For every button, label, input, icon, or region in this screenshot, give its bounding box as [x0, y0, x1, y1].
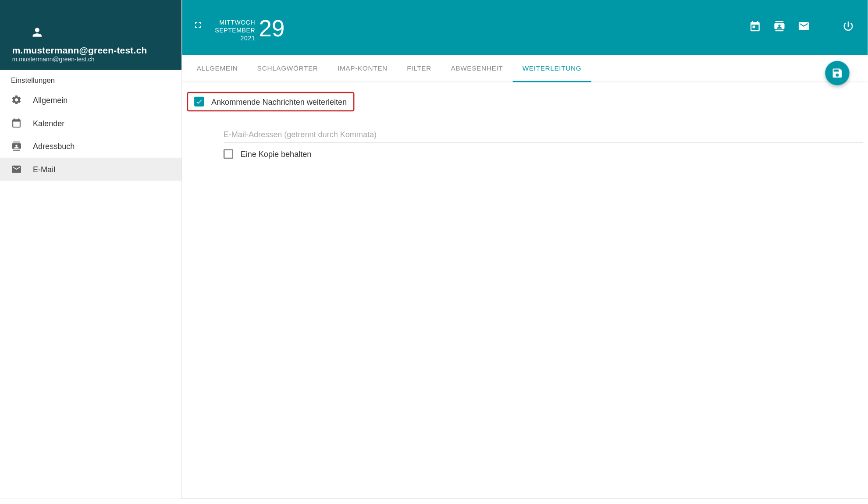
forward-enable-label: Ankommende Nachrichten weiterleiten: [211, 97, 347, 106]
user-email: m.mustermann@green-test.ch: [12, 45, 169, 56]
user-subemail: m.mustermann@green-test.ch: [12, 56, 169, 63]
sidebar-item-label: Adressbuch: [33, 142, 75, 151]
tab-abwesenheit[interactable]: ABWESENHEIT: [441, 55, 512, 82]
sidebar-item-adressbuch[interactable]: Adressbuch: [0, 135, 181, 158]
date-weekday: MITTWOCH: [219, 18, 255, 26]
content: Ankommende Nachrichten weiterleiten Eine…: [182, 82, 868, 169]
sidebar-title: Einstellungen: [0, 70, 181, 89]
avatar-icon: [30, 25, 44, 39]
tab-filter[interactable]: FILTER: [397, 55, 441, 82]
forward-enable-row: Ankommende Nachrichten weiterleiten: [187, 92, 354, 111]
forward-email-input[interactable]: [224, 126, 863, 143]
tab-allgemein[interactable]: ALLGEMEIN: [187, 55, 247, 82]
contacts-icon: [11, 141, 22, 152]
keep-copy-label: Eine Kopie behalten: [241, 149, 312, 159]
sidebar-item-allgemein[interactable]: Allgemein: [0, 88, 181, 111]
mail-icon: [11, 164, 22, 175]
calendar-icon: [11, 117, 22, 128]
date-day: 29: [259, 17, 285, 40]
sidebar-item-email[interactable]: E-Mail: [0, 158, 181, 181]
topbar-contacts-icon[interactable]: [773, 20, 786, 35]
sidebar-item-kalender[interactable]: Kalender: [0, 111, 181, 135]
date-block: MITTWOCH SEPTEMBER 2021 29: [215, 17, 285, 42]
nav-list: Allgemein Kalender Adressbuch E-Mail: [0, 88, 181, 181]
sidebar-item-label: Kalender: [33, 118, 64, 128]
tab-weiterleitung[interactable]: WEITERLEITUNG: [512, 55, 591, 82]
sidebar-item-label: Allgemein: [33, 95, 68, 104]
gear-icon: [11, 94, 22, 105]
power-icon[interactable]: [842, 20, 854, 35]
forward-enable-checkbox[interactable]: [194, 97, 204, 106]
fullscreen-icon[interactable]: [193, 20, 203, 32]
date-month: SEPTEMBER: [215, 26, 255, 34]
date-year: 2021: [241, 34, 256, 42]
main: MITTWOCH SEPTEMBER 2021 29: [182, 0, 868, 499]
tab-imap-konten[interactable]: IMAP-KONTEN: [328, 55, 397, 82]
divider: [825, 21, 826, 34]
tab-schlagwoerter[interactable]: SCHLAGWÖRTER: [248, 55, 328, 82]
sidebar: m.mustermann@green-test.ch m.mustermann@…: [0, 0, 182, 499]
tabbar: ALLGEMEIN SCHLAGWÖRTER IMAP-KONTEN FILTE…: [182, 55, 868, 82]
topbar: MITTWOCH SEPTEMBER 2021 29: [182, 0, 868, 55]
topbar-calendar-icon[interactable]: [749, 20, 761, 35]
topbar-mail-icon[interactable]: [798, 20, 810, 35]
sidebar-header: m.mustermann@green-test.ch m.mustermann@…: [0, 0, 181, 70]
save-button[interactable]: [825, 61, 850, 85]
sidebar-item-label: E-Mail: [33, 165, 55, 174]
keep-copy-checkbox[interactable]: [224, 149, 233, 159]
